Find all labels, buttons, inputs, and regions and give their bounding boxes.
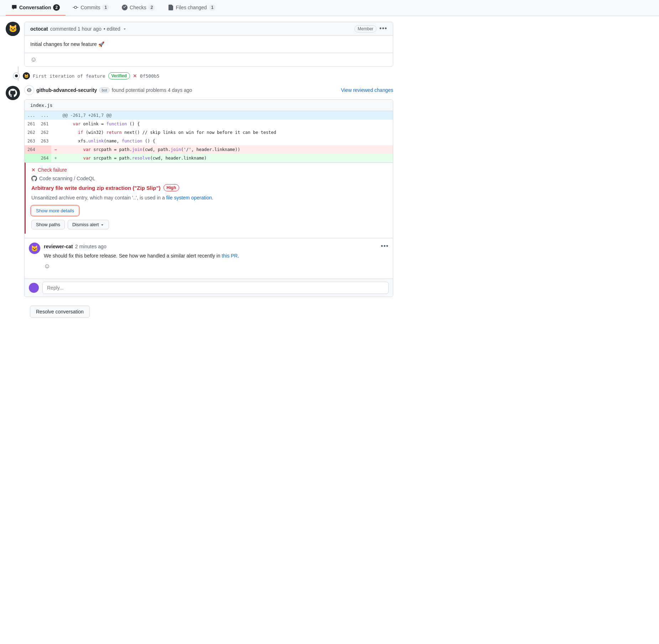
tab-commits[interactable]: Commits 1	[67, 0, 115, 16]
tab-files-changed[interactable]: Files changed 1	[162, 0, 221, 16]
reviewer-emoji-reaction-button[interactable]: ☺	[44, 263, 50, 270]
reviewer-comment-header: reviewer-cat 2 minutes ago •••	[44, 243, 389, 250]
code-diff-container: index.js ... ... @@ -261,7 +261,7 @@ 261	[24, 99, 393, 297]
github-logo-avatar	[6, 86, 20, 100]
emoji-reaction-button[interactable]: ☺	[30, 56, 37, 63]
file-system-operation-link[interactable]: file system operation	[166, 195, 212, 201]
review-left-col	[6, 85, 20, 100]
commit-line: 🐱 First iteration of feature Verified ✕ …	[11, 72, 393, 79]
reviewer-comment-body: We should fix this before release. See h…	[44, 252, 389, 260]
tab-checks[interactable]: Checks 2	[116, 0, 161, 16]
tab-checks-badge: 2	[149, 4, 155, 11]
code-scanning-title: Code scanning / CodeQL	[31, 176, 387, 181]
reply-area	[25, 279, 393, 297]
commit-small-avatar-svg: 🐱	[23, 72, 30, 79]
octocat-comment-text: Initial changes for new feature 🚀	[30, 41, 387, 47]
alert-title: Arbitrary file write during zip extracti…	[31, 184, 387, 191]
svg-text:🐱: 🐱	[9, 24, 17, 33]
review-meta: github-advanced-security bot found poten…	[24, 85, 393, 95]
show-paths-button[interactable]: Show paths	[31, 220, 65, 229]
bot-label: bot	[99, 87, 109, 93]
svg-text:🐱: 🐱	[24, 74, 29, 78]
tab-files-changed-badge: 1	[209, 4, 216, 11]
tab-checks-label: Checks	[130, 5, 146, 10]
tab-conversation-label: Conversation	[19, 5, 51, 10]
x-check-icon: ✕	[31, 167, 36, 173]
table-row: 263 263 xfs.unlink(name, function () {	[25, 137, 393, 145]
verified-badge: Verified	[108, 72, 130, 79]
check-failure-label: Check failure	[38, 167, 67, 173]
code-diff-filename: index.js	[25, 100, 393, 111]
reviewer-comment-menu-button[interactable]: •••	[381, 243, 389, 250]
github-advanced-security-name: github-advanced-security	[36, 87, 97, 93]
tab-files-changed-label: Files changed	[176, 5, 207, 10]
table-row: 261 261 var onlink = function () {	[25, 120, 393, 128]
table-row: 264 + var srcpath = path.resolve(cwd, he…	[25, 154, 393, 162]
tab-conversation[interactable]: Conversation 2	[6, 0, 66, 16]
reply-input[interactable]	[42, 282, 389, 294]
alert-description-prefix: Unsanitized archive entry, which may con…	[31, 195, 166, 201]
commits-icon	[73, 5, 78, 10]
tab-commits-label: Commits	[81, 5, 100, 10]
hunk-new-line-num: ...	[38, 111, 52, 120]
reviewer-comment-prefix: We should fix this before release. See h…	[44, 253, 222, 259]
reviewer-comment-suffix: .	[238, 253, 239, 259]
this-pr-link[interactable]: this PR	[222, 253, 238, 259]
main-content: 🐱 octocat commented 1 hour ago • edited …	[0, 16, 399, 333]
commit-line-inner: 🐱 First iteration of feature Verified ✕ …	[13, 72, 160, 79]
code-scanning-label: Code scanning / CodeQL	[39, 176, 95, 181]
dismiss-alert-button[interactable]: Dismiss alert	[68, 220, 109, 229]
octocat-comment-menu-button[interactable]: •••	[379, 25, 387, 32]
diff-hunk-header: ... ... @@ -261,7 +261,7 @@	[25, 111, 393, 120]
octocat-avatar: 🐱	[6, 22, 20, 36]
view-reviewed-changes-link[interactable]: View reviewed changes	[341, 87, 393, 93]
hunk-old-line-num: ...	[25, 111, 38, 120]
table-row: 262 262 if (win32) return next() // skip…	[25, 128, 393, 137]
octocat-comment-edited: • edited	[104, 26, 120, 32]
high-severity-badge: High	[164, 184, 180, 191]
hunk-header-text: @@ -261,7 +261,7 @@	[60, 111, 393, 120]
code-scanning-icon	[31, 176, 37, 181]
files-changed-icon	[168, 5, 173, 10]
tab-commits-badge: 1	[102, 4, 109, 11]
x-icon: ✕	[133, 73, 137, 79]
chevron-down-icon[interactable]	[123, 27, 127, 31]
resolve-section: Resolve conversation	[24, 301, 393, 322]
alert-description-suffix: .	[212, 195, 213, 201]
dismiss-alert-label: Dismiss alert	[72, 222, 99, 227]
review-meta-left: github-advanced-security bot found poten…	[24, 85, 192, 95]
octocat-comment-body: Initial changes for new feature 🚀	[25, 36, 393, 53]
octocat-comment-header-right: Member •••	[354, 25, 387, 32]
review-description: found potential problems 4 days ago	[112, 87, 192, 93]
reviewer-comment-content: reviewer-cat 2 minutes ago ••• We should…	[44, 243, 389, 270]
eye-icon	[27, 88, 32, 93]
review-content: github-advanced-security bot found poten…	[24, 85, 393, 322]
github-logo-icon	[9, 89, 17, 97]
member-badge: Member	[354, 25, 377, 32]
reviewer-cat-avatar: 🐱	[29, 243, 40, 254]
reviewer-emoji-bar: ☺	[44, 260, 389, 270]
resolve-conversation-button[interactable]: Resolve conversation	[30, 306, 90, 318]
eye-icon-circle	[24, 85, 34, 95]
reviewer-cat-name: reviewer-cat	[44, 244, 73, 249]
tabs-bar: Conversation 2 Commits 1 Checks 2 Files …	[0, 0, 659, 16]
alert-title-text: Arbitrary file write during zip extracti…	[31, 185, 161, 191]
octocat-comment-box: octocat commented 1 hour ago • edited Me…	[24, 22, 393, 67]
check-failure-header: ✕ Check failure	[31, 167, 387, 173]
octocat-comment-header-left: octocat commented 1 hour ago • edited	[30, 26, 127, 32]
octocat-avatar-svg: 🐱	[6, 22, 20, 36]
show-more-details-button[interactable]: Show more details	[31, 206, 79, 215]
review-wrapper: github-advanced-security bot found poten…	[6, 85, 393, 322]
octocat-comment-wrapper: 🐱 octocat commented 1 hour ago • edited …	[6, 22, 393, 67]
checks-icon	[122, 5, 128, 10]
commit-message: First iteration of feature	[33, 73, 105, 79]
chevron-down-dismiss-icon	[100, 223, 104, 227]
code-diff-table: ... ... @@ -261,7 +261,7 @@ 261 261 var …	[25, 111, 393, 162]
reply-user-avatar	[29, 283, 39, 293]
commit-hash: 0f500b5	[140, 73, 160, 79]
check-failure-section: ✕ Check failure Code scanning / CodeQL A…	[25, 162, 393, 234]
octocat-comment-header: octocat commented 1 hour ago • edited Me…	[25, 22, 393, 36]
octocat-comment-time: commented 1 hour ago	[50, 26, 102, 32]
conversation-icon	[11, 5, 17, 10]
alert-actions: Show paths Dismiss alert	[31, 220, 387, 229]
